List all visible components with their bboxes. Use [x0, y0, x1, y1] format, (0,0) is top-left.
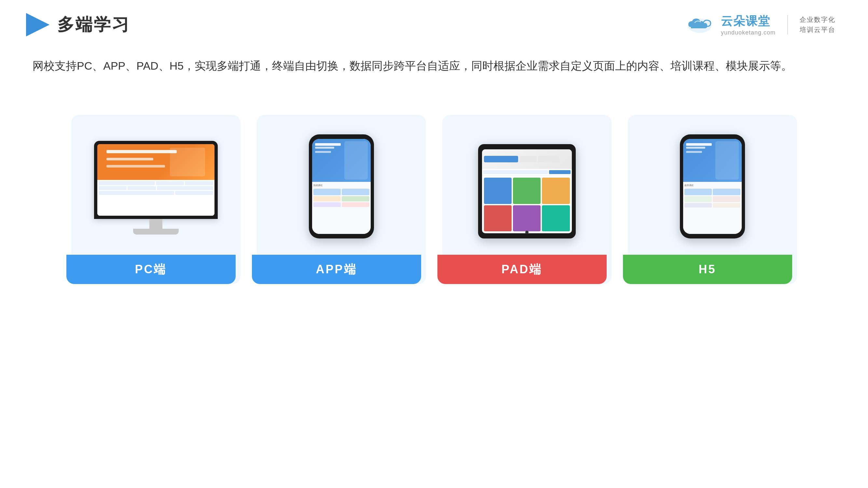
- phone-screen: 热销课程: [312, 139, 371, 234]
- phone-notch: [332, 134, 351, 138]
- description-text: 网校支持PC、APP、PAD、H5，实现多端打通，终端自由切换，数据同步跨平台自…: [0, 43, 868, 76]
- monitor-base: [133, 229, 179, 234]
- pad-image-wrap: [452, 128, 602, 238]
- brand-url: yunduoketang.com: [721, 29, 776, 36]
- h5-phone-notch: [703, 134, 722, 138]
- brand-name: 云朵课堂: [721, 13, 776, 29]
- svg-marker-0: [26, 13, 50, 36]
- h5-image-wrap: 推荐课程: [638, 128, 787, 238]
- h5-card: 推荐课程: [628, 115, 797, 284]
- monitor-neck: [149, 219, 162, 229]
- pc-image-wrap: [81, 128, 231, 238]
- h5-phone-screen: 推荐课程: [683, 139, 742, 234]
- cloud-logo: [685, 13, 714, 36]
- app-phone: 热销课程: [309, 134, 374, 238]
- pad-card: PAD端: [442, 115, 612, 284]
- pc-button[interactable]: PC端: [66, 255, 236, 284]
- app-button[interactable]: APP端: [252, 255, 421, 284]
- pad-screen: [482, 149, 572, 233]
- vertical-divider: [787, 15, 788, 34]
- header: 多端学习 云朵课堂 yunduoketang.com 企业数字化 培训云平台: [0, 0, 868, 43]
- pad-camera: [525, 231, 529, 234]
- pad-device: [478, 144, 576, 238]
- brand-slogan: 企业数字化 培训云平台: [800, 15, 835, 34]
- cloud-icon: [685, 13, 714, 36]
- pad-button[interactable]: PAD端: [437, 255, 607, 284]
- h5-phone: 推荐课程: [680, 134, 745, 238]
- pc-card: PC端: [71, 115, 241, 284]
- pc-monitor: [94, 141, 218, 238]
- monitor-screen: [97, 144, 215, 216]
- cards-section: PC端: [0, 82, 868, 303]
- logo-left: 多端学习: [26, 13, 130, 36]
- app-image-wrap: 热销课程: [267, 128, 416, 238]
- slogan-line1: 企业数字化: [800, 15, 835, 24]
- play-icon: [26, 13, 50, 36]
- logo-right: 云朵课堂 yunduoketang.com 企业数字化 培训云平台: [685, 13, 835, 36]
- app-card: 热销课程: [257, 115, 426, 284]
- h5-button[interactable]: H5: [623, 255, 792, 284]
- brand-text: 云朵课堂 yunduoketang.com: [721, 13, 776, 36]
- slogan-line2: 培训云平台: [800, 25, 835, 34]
- page-title: 多端学习: [57, 13, 130, 36]
- monitor-outer: [94, 141, 218, 219]
